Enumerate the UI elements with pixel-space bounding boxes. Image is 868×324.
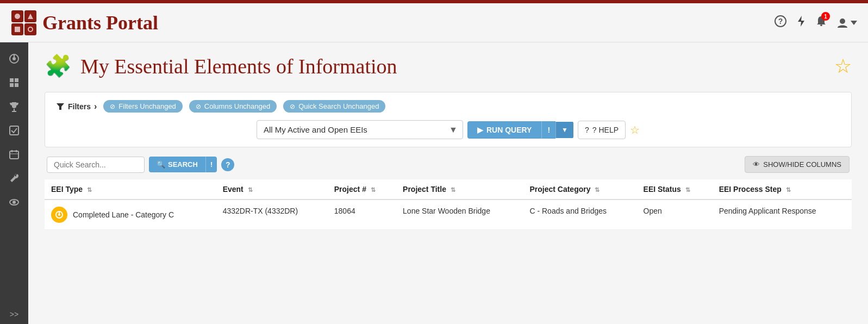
cell-project-num: 18064	[328, 200, 396, 230]
eei-type-cell: Completed Lane - Category C	[51, 207, 210, 223]
col-project-title: Project Title ⇅	[396, 179, 523, 200]
svg-rect-18	[12, 111, 16, 112]
header-actions: ? 1	[775, 15, 857, 30]
sort-icon-project-num[interactable]: ⇅	[371, 186, 376, 193]
cell-eei-status: Open	[637, 200, 713, 230]
help-button[interactable]: ? ? HELP	[578, 121, 626, 139]
svg-rect-2	[15, 27, 20, 32]
svg-rect-16	[15, 83, 18, 87]
table-header: EEI Type ⇅ Event ⇅ Project # ⇅ Project T…	[45, 179, 852, 200]
svg-text:?: ?	[778, 17, 783, 26]
table-row: Completed Lane - Category C 4332DR-TX (4…	[45, 200, 852, 230]
sort-icon-eei-type[interactable]: ⇅	[87, 186, 92, 193]
run-query-label: RUN QUERY	[486, 126, 532, 134]
sidebar-item-calendar[interactable]	[3, 144, 25, 165]
run-query-dropdown-button[interactable]: ▼	[555, 122, 573, 138]
filter-arrow: ›	[94, 102, 97, 111]
quick-search-input[interactable]	[47, 157, 145, 173]
help-label: ? HELP	[592, 126, 619, 134]
run-query-button-group: ▶ RUN QUERY ! ▼	[467, 121, 573, 139]
svg-point-11	[13, 57, 16, 60]
query-favorite-star-button[interactable]: ☆	[630, 123, 640, 136]
filter-box: Filters › ⊘ Filters Unchanged ⊘ Columns …	[45, 92, 852, 147]
svg-rect-13	[10, 78, 14, 82]
svg-point-8	[840, 18, 845, 24]
svg-marker-6	[798, 16, 804, 27]
query-row: All My Active and Open EEIs All Open EEI…	[56, 120, 840, 139]
search-main-button[interactable]: 🔍 SEARCH	[149, 157, 205, 172]
sidebar: >>	[0, 42, 28, 324]
svg-rect-14	[15, 78, 18, 82]
lightning-icon[interactable]	[796, 15, 806, 30]
sort-icon-project-category[interactable]: ⇅	[595, 186, 600, 193]
user-menu[interactable]	[836, 17, 857, 29]
columns-unchanged-chip[interactable]: ⊘ Columns Unchanged	[189, 100, 277, 113]
run-query-main-button[interactable]: ▶ RUN QUERY	[467, 121, 542, 139]
cell-project-title: Lone Star Wooden Bridge	[396, 200, 523, 230]
eei-type-text: Completed Lane - Category C	[73, 210, 174, 219]
table-header-row: EEI Type ⇅ Event ⇅ Project # ⇅ Project T…	[45, 179, 852, 200]
show-hide-eye-icon: 👁	[753, 160, 760, 169]
sidebar-expand[interactable]: >>	[10, 310, 18, 319]
columns-chip-icon: ⊘	[196, 103, 201, 110]
run-query-info-button[interactable]: !	[541, 121, 555, 139]
col-eei-process-step: EEI Process Step ⇅	[713, 179, 852, 200]
search-magnifier-icon: 🔍	[157, 160, 165, 169]
page-title-left: 🧩 My Essential Elements of Information	[45, 53, 397, 79]
favorite-star-button[interactable]: ☆	[834, 55, 852, 78]
sidebar-item-grid[interactable]	[3, 72, 25, 94]
sort-icon-eei-status[interactable]: ⇅	[685, 186, 690, 193]
sidebar-item-trophy[interactable]	[3, 96, 25, 117]
svg-rect-17	[14, 109, 15, 111]
svg-rect-20	[10, 151, 18, 159]
sort-icon-project-title[interactable]: ⇅	[451, 186, 455, 193]
svg-point-3	[28, 27, 33, 32]
help-question-icon: ?	[585, 126, 589, 134]
sidebar-item-wrench[interactable]	[3, 167, 25, 189]
data-table: EEI Type ⇅ Event ⇅ Project # ⇅ Project T…	[45, 179, 852, 230]
quick-search-unchanged-chip[interactable]: ⊘ Quick Search Unchanged	[283, 100, 385, 113]
svg-rect-19	[10, 126, 18, 135]
logo-icon-2	[24, 10, 36, 22]
cell-eei-type: Completed Lane - Category C	[45, 200, 216, 230]
help-icon[interactable]: ?	[775, 15, 786, 30]
sidebar-item-eye[interactable]	[3, 191, 25, 213]
filters-chip-label: Filters Unchanged	[118, 102, 176, 110]
logo-icon-1	[11, 10, 23, 22]
search-info-button[interactable]: !	[205, 157, 217, 172]
run-query-play-icon: ▶	[477, 126, 483, 134]
sidebar-item-dashboard[interactable]	[3, 48, 25, 70]
filters-unchanged-chip[interactable]: ⊘ Filters Unchanged	[103, 100, 183, 113]
logo-icon-3	[11, 23, 23, 35]
search-button-group: 🔍 SEARCH !	[149, 157, 217, 172]
header: Grants Portal ? 1	[0, 3, 868, 42]
svg-rect-15	[10, 83, 14, 87]
query-select[interactable]: All My Active and Open EEIs All Open EEI…	[257, 120, 463, 139]
table-body: Completed Lane - Category C 4332DR-TX (4…	[45, 200, 852, 230]
svg-marker-26	[57, 103, 64, 110]
page-title: My Essential Elements of Information	[80, 54, 397, 78]
search-help-icon: ?	[226, 160, 230, 169]
filters-label: Filters ›	[56, 102, 97, 111]
logo-icons	[11, 10, 37, 36]
col-event: Event ⇅	[216, 179, 328, 200]
svg-marker-1	[28, 14, 33, 19]
notification-badge: 1	[821, 12, 830, 21]
main-layout: >> 🧩 My Essential Elements of Informatio…	[0, 42, 868, 324]
sort-icon-eei-process-step[interactable]: ⇅	[786, 186, 791, 193]
cell-event: 4332DR-TX (4332DR)	[216, 200, 328, 230]
search-help-button[interactable]: ?	[221, 158, 234, 171]
puzzle-icon: 🧩	[45, 53, 72, 79]
sidebar-item-check[interactable]	[3, 120, 25, 141]
svg-point-25	[13, 201, 16, 204]
col-project-category: Project Category ⇅	[523, 179, 636, 200]
svg-point-0	[15, 14, 20, 19]
page-title-row: 🧩 My Essential Elements of Information ☆	[45, 53, 852, 79]
col-project-num: Project # ⇅	[328, 179, 396, 200]
svg-point-28	[58, 214, 60, 216]
notification-icon[interactable]: 1	[816, 15, 827, 30]
show-hide-columns-button[interactable]: 👁 SHOW/HIDE COLUMNS	[745, 156, 850, 173]
row-action-icon[interactable]	[51, 207, 67, 223]
sort-icon-event[interactable]: ⇅	[248, 186, 253, 193]
search-label: SEARCH	[168, 160, 198, 169]
